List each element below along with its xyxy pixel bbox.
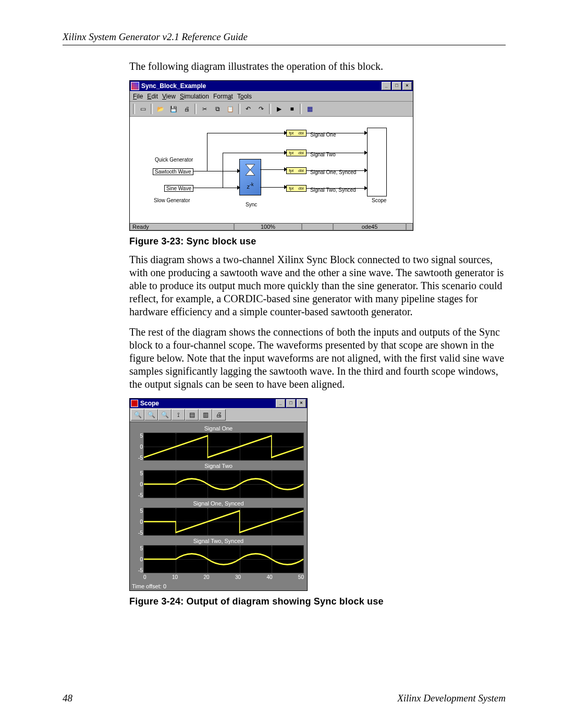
model-canvas[interactable]: Quick Generator Sawtooth Wave Sine Wave … [130, 117, 413, 223]
scope-title: Scope [140, 400, 276, 407]
scope-time-offset: Time offset: 0 [130, 582, 307, 590]
titlebar[interactable]: Sync_Block_Example _ □ × [130, 81, 413, 91]
page-footer: 48 Xilinx Development System [63, 693, 506, 704]
scope-app-icon [131, 400, 138, 407]
label-quick-generator: Quick Generator [155, 157, 193, 163]
scope-close-button[interactable]: × [297, 399, 306, 408]
scope-titlebar[interactable]: Scope _ □ × [130, 399, 307, 408]
save-config-icon[interactable]: ▤ [185, 409, 199, 421]
scope-window: Scope _ □ × 🔍 🔍 🔍 ⟟ ▤ ▥ 🖨 Signal On [129, 398, 308, 591]
x-axis: 0 10 20 30 40 50 [143, 574, 304, 581]
plot-signal-two-synced: Signal Two, Synced 5 0 -5 [133, 537, 304, 573]
label-sync: Sync [246, 202, 257, 207]
zoom-in-icon[interactable]: 🔍 [131, 409, 144, 421]
menu-view[interactable]: View [162, 93, 176, 100]
ytick: 5 [133, 433, 143, 439]
ytick: -5 [133, 567, 143, 573]
ytick: 0 [133, 444, 143, 450]
figure-23-caption: Figure 3-23: Sync block use [129, 236, 506, 247]
play-icon[interactable] [273, 103, 285, 115]
statusbar: Ready 100% ode45 [130, 223, 413, 230]
ytick: 0 [133, 519, 143, 525]
ytick: 0 [133, 557, 143, 562]
label-slow-generator: Slow Generator [154, 198, 190, 203]
ytick: -5 [133, 492, 143, 498]
ytick: 5 [133, 546, 143, 551]
port-sawtooth[interactable]: Sawtooth Wave [153, 168, 193, 175]
status-ready: Ready [130, 223, 234, 230]
scope-plot-area: Signal One 5 0 -5 Signal Two [130, 422, 307, 582]
ytick: 0 [133, 482, 143, 487]
sync-block[interactable]: z-k [239, 159, 261, 195]
zoom-y-icon[interactable]: 🔍 [158, 409, 172, 421]
window-title: Sync_Block_Example [141, 82, 382, 90]
print-icon[interactable] [180, 103, 193, 115]
ytick: 5 [133, 471, 143, 476]
toolbar [130, 102, 413, 117]
scope-block[interactable] [367, 128, 387, 196]
paragraph-3: The rest of the diagram shows the connec… [129, 326, 506, 391]
new-icon[interactable] [137, 103, 149, 115]
plot1-title: Signal One [133, 424, 304, 433]
figure-24-caption: Figure 3-24: Output of diagram showing S… [129, 596, 506, 607]
undo-icon[interactable] [242, 103, 254, 115]
intro-paragraph: The following diagram illustrates the op… [129, 60, 506, 73]
scope-maximize-button[interactable]: □ [286, 399, 296, 408]
label-scope: Scope [372, 198, 386, 203]
ytick: -5 [133, 529, 143, 535]
port-sine[interactable]: Sine Wave [164, 185, 193, 192]
ytick: -5 [133, 454, 143, 460]
zoom-x-icon[interactable]: 🔍 [144, 409, 158, 421]
menu-file[interactable]: File [133, 93, 143, 100]
plot2-title: Signal Two [133, 462, 304, 470]
zk-label: z-k [247, 182, 253, 190]
page-number: 48 [63, 693, 72, 704]
stop-icon[interactable] [286, 103, 298, 115]
restore-config-icon[interactable]: ▥ [199, 409, 212, 421]
cut-icon[interactable] [198, 103, 211, 115]
scope-minimize-button[interactable]: _ [276, 399, 285, 408]
status-solver: ode45 [333, 223, 406, 230]
plot-signal-two: Signal Two 5 0 -5 [133, 462, 304, 498]
print-scope-icon[interactable]: 🖨 [212, 409, 226, 421]
copy-icon[interactable] [211, 103, 224, 115]
status-zoom: 100% [234, 223, 302, 230]
library-icon[interactable] [303, 103, 316, 115]
simulink-window: Sync_Block_Example _ □ × File Edit View … [129, 80, 413, 231]
paragraph-2: This diagram shows a two-channel Xilinx … [129, 253, 506, 318]
autoscale-icon[interactable]: ⟟ [172, 409, 185, 421]
scope-toolbar: 🔍 🔍 🔍 ⟟ ▤ ▥ 🖨 [130, 408, 307, 422]
menubar: File Edit View Simulation Format Tools [130, 91, 413, 102]
ytick: 5 [133, 508, 143, 514]
save-icon[interactable] [167, 103, 180, 115]
app-icon [131, 82, 139, 90]
running-header: Xilinx System Generator v2.1 Reference G… [63, 31, 506, 45]
maximize-button[interactable]: □ [392, 82, 401, 90]
paste-icon[interactable] [224, 103, 237, 115]
converter-4[interactable]: fptdbl [286, 185, 307, 192]
minimize-button[interactable]: _ [382, 82, 391, 90]
plot3-title: Signal One, Synced [133, 499, 304, 508]
converter-3[interactable]: fptdbl [286, 167, 307, 174]
menu-format[interactable]: Format [213, 93, 233, 100]
open-icon[interactable] [154, 103, 167, 115]
redo-icon[interactable] [255, 103, 267, 115]
close-button[interactable]: × [402, 82, 412, 90]
plot-signal-one: Signal One 5 0 -5 [133, 424, 304, 461]
plot-signal-one-synced: Signal One, Synced 5 0 -5 [133, 499, 304, 536]
menu-edit[interactable]: Edit [147, 93, 158, 100]
plot4-title: Signal Two, Synced [133, 537, 304, 545]
menu-simulation[interactable]: Simulation [180, 93, 209, 100]
footer-system: Xilinx Development System [397, 693, 506, 704]
menu-tools[interactable]: Tools [237, 93, 252, 100]
converter-1[interactable]: fptdbl [286, 130, 307, 137]
converter-2[interactable]: fptdbl [286, 150, 307, 156]
